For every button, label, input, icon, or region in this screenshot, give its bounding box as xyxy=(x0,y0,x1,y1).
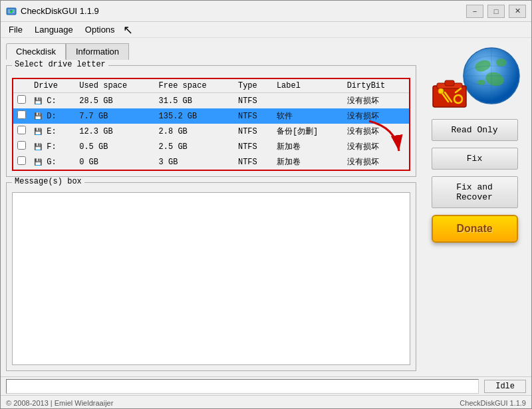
table-row[interactable]: 💾 E: 12.3 GB 2.8 GB NTFS 备份[勿删] 没有损坏 xyxy=(13,124,410,139)
tab-bar: Checkdisk Information xyxy=(6,43,416,60)
footer-bar: © 2008-2013 | Emiel Wieldraaijer CheckDi… xyxy=(1,395,531,409)
col-free: Free space xyxy=(155,78,234,93)
message-groupbox-title: Message(s) box xyxy=(12,177,84,186)
svg-point-6 xyxy=(496,59,507,67)
drive-letter: 💾 E: xyxy=(30,124,75,139)
drive-label: 新加卷 xyxy=(273,154,343,170)
drive-used: 12.3 GB xyxy=(75,124,154,139)
menu-options[interactable]: Options xyxy=(80,23,120,36)
drive-letter: 💾 G: xyxy=(30,154,75,170)
status-bar: Idle xyxy=(1,376,531,395)
drive-label: 新加卷 xyxy=(273,139,343,154)
drive-table: Drive Used space Free space Type Label D… xyxy=(12,78,410,171)
menu-file[interactable]: File xyxy=(3,23,28,36)
drive-type: NTFS xyxy=(234,108,273,124)
drive-checkbox[interactable] xyxy=(13,108,30,124)
globe-icon xyxy=(462,46,521,106)
app-title: CheckDiskGUI 1.1.9 xyxy=(21,6,99,16)
svg-rect-15 xyxy=(445,80,454,86)
toolbox-icon xyxy=(432,74,468,112)
menu-language[interactable]: Language xyxy=(29,23,78,36)
col-check xyxy=(13,78,30,93)
table-row[interactable]: 💾 G: 0 GB 3 GB NTFS 新加卷 没有损坏 xyxy=(13,154,410,170)
titlebar: CheckDiskGUI 1.1.9 − □ ✕ xyxy=(1,1,531,22)
right-panel: Read Only Fix Fix and Recover Donate xyxy=(423,43,526,371)
col-type: Type xyxy=(234,78,273,93)
drive-used: 0 GB xyxy=(75,154,154,170)
drive-checkbox[interactable] xyxy=(13,124,30,139)
version-label: CheckDiskGUI 1.1.9 xyxy=(460,399,526,407)
svg-point-8 xyxy=(477,80,485,85)
drive-type: NTFS xyxy=(234,124,273,139)
drive-used: 0.5 GB xyxy=(75,139,154,154)
idle-label: Idle xyxy=(484,380,526,393)
donate-button[interactable]: Donate xyxy=(432,215,518,243)
drive-label: 软件 xyxy=(273,108,343,124)
read-only-button[interactable]: Read Only xyxy=(432,119,518,141)
minimize-button[interactable]: − xyxy=(466,5,483,18)
drive-free: 2.8 GB xyxy=(155,124,234,139)
drive-checkbox[interactable] xyxy=(13,93,30,109)
cursor-indicator: ↖ xyxy=(123,23,133,37)
app-icon-area xyxy=(428,46,521,112)
drive-dirtybit: 没有损坏 xyxy=(343,108,410,124)
drive-free: 3 GB xyxy=(155,154,234,170)
drive-letter: 💾 D: xyxy=(30,108,75,124)
drive-free: 135.2 GB xyxy=(155,108,234,124)
col-dirtybit: DirtyBit xyxy=(343,78,410,93)
left-panel: Checkdisk Information Select drive lette… xyxy=(6,43,416,371)
drive-free: 31.5 GB xyxy=(155,93,234,109)
svg-point-16 xyxy=(438,88,444,94)
drive-letter: 💾 C: xyxy=(30,93,75,109)
table-row[interactable]: 💾 F: 0.5 GB 2.5 GB NTFS 新加卷 没有损坏 xyxy=(13,139,410,154)
message-groupbox: Message(s) box xyxy=(6,182,416,371)
fix-recover-button[interactable]: Fix and Recover xyxy=(432,176,518,208)
drive-dirtybit: 没有损坏 xyxy=(343,139,410,154)
drive-groupbox-title: Select drive letter xyxy=(12,60,108,69)
fix-button[interactable]: Fix xyxy=(432,148,518,170)
app-icon xyxy=(6,6,17,17)
copyright-text: © 2008-2013 | Emiel Wieldraaijer xyxy=(6,399,113,407)
col-used: Used space xyxy=(75,78,154,93)
message-textarea[interactable] xyxy=(12,192,410,365)
drive-groupbox: Select drive letter Drive Used space Fre… xyxy=(6,65,416,177)
drive-table-wrapper: Drive Used space Free space Type Label D… xyxy=(12,78,410,171)
drive-checkbox[interactable] xyxy=(13,139,30,154)
tab-checkdisk[interactable]: Checkdisk xyxy=(6,43,66,60)
drive-type: NTFS xyxy=(234,139,273,154)
status-display xyxy=(6,379,479,394)
col-label: Label xyxy=(273,78,343,93)
drive-type: NTFS xyxy=(234,154,273,170)
drive-dirtybit: 没有损坏 xyxy=(343,154,410,170)
col-drive: Drive xyxy=(30,78,75,93)
drive-label: 备份[勿删] xyxy=(273,124,343,139)
drive-label xyxy=(273,93,343,109)
drive-checkbox[interactable] xyxy=(13,154,30,170)
drive-free: 2.5 GB xyxy=(155,139,234,154)
table-row[interactable]: 💾 D: 7.7 GB 135.2 GB NTFS 软件 没有损坏 xyxy=(13,108,410,124)
drive-dirtybit: 没有损坏 xyxy=(343,124,410,139)
drive-used: 28.5 GB xyxy=(75,93,154,109)
tab-information[interactable]: Information xyxy=(66,43,129,60)
drive-used: 7.7 GB xyxy=(75,108,154,124)
close-button[interactable]: ✕ xyxy=(509,5,526,18)
menubar: File Language Options ↖ xyxy=(1,22,531,38)
drive-dirtybit: 没有损坏 xyxy=(343,93,410,109)
maximize-button[interactable]: □ xyxy=(487,5,505,18)
drive-letter: 💾 F: xyxy=(30,139,75,154)
table-row[interactable]: 💾 C: 28.5 GB 31.5 GB NTFS 没有损坏 xyxy=(13,93,410,109)
drive-type: NTFS xyxy=(234,93,273,109)
